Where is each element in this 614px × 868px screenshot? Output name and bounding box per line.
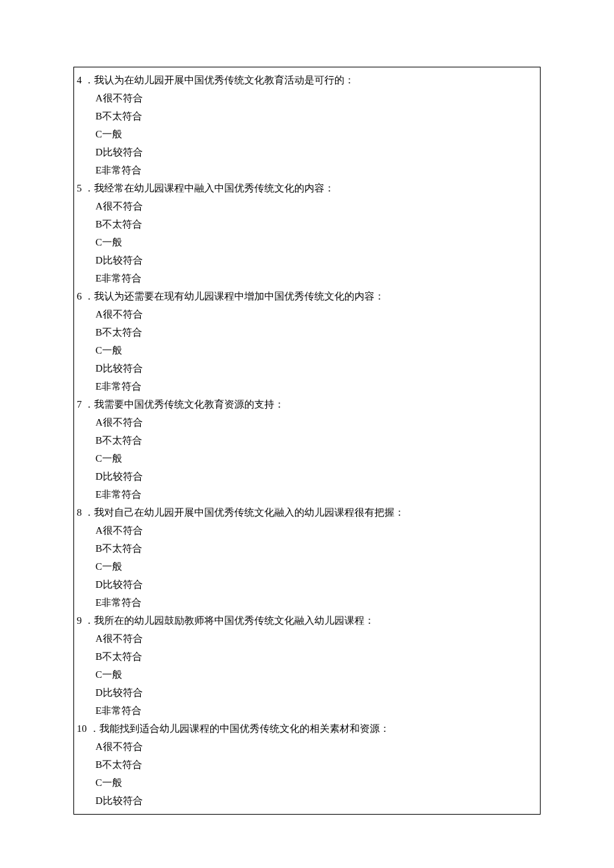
question-text: ．我所在的幼儿园鼓励教师将中国优秀传统文化融入幼儿园课程：	[84, 612, 540, 630]
questionnaire-box: 4 ．我认为在幼儿园开展中国优秀传统文化教育活动是可行的：A很不符合B不太符合C…	[73, 67, 541, 815]
option[interactable]: E非常符合	[77, 161, 540, 179]
question-6: 6 ．我认为还需要在现有幼儿园课程中增加中国优秀传统文化的内容：	[77, 288, 540, 306]
option[interactable]: A很不符合	[77, 414, 540, 432]
option[interactable]: C一般	[77, 125, 540, 143]
option[interactable]: D比较符合	[77, 576, 540, 594]
question-text: ．我需要中国优秀传统文化教育资源的支持：	[84, 396, 540, 414]
question-number: 10	[77, 720, 89, 738]
question-7: 7 ．我需要中国优秀传统文化教育资源的支持：	[77, 396, 540, 414]
question-number: 6	[77, 288, 84, 306]
question-number: 8	[77, 504, 84, 522]
option[interactable]: E非常符合	[77, 702, 540, 720]
question-10: 10 ．我能找到适合幼儿园课程的中国优秀传统文化的相关素材和资源：	[77, 720, 540, 738]
question-4: 4 ．我认为在幼儿园开展中国优秀传统文化教育活动是可行的：	[77, 71, 540, 89]
question-text: ．我认为在幼儿园开展中国优秀传统文化教育活动是可行的：	[84, 71, 540, 89]
option[interactable]: B不太符合	[77, 215, 540, 234]
option[interactable]: E非常符合	[77, 270, 540, 288]
option[interactable]: B不太符合	[77, 324, 540, 342]
question-number: 9	[77, 612, 84, 630]
option[interactable]: C一般	[77, 774, 540, 792]
question-number: 5	[77, 179, 84, 197]
option[interactable]: A很不符合	[77, 522, 540, 540]
option[interactable]: C一般	[77, 666, 540, 684]
option[interactable]: A很不符合	[77, 738, 540, 756]
option[interactable]: D比较符合	[77, 792, 540, 810]
option[interactable]: B不太符合	[77, 432, 540, 450]
question-text: ．我经常在幼儿园课程中融入中国优秀传统文化的内容：	[84, 179, 540, 197]
option[interactable]: E非常符合	[77, 486, 540, 504]
option[interactable]: D比较符合	[77, 468, 540, 486]
question-8: 8 ．我对自己在幼儿园开展中国优秀传统文化融入的幼儿园课程很有把握：	[77, 504, 540, 522]
option[interactable]: B不太符合	[77, 756, 540, 774]
option[interactable]: C一般	[77, 342, 540, 360]
question-number: 7	[77, 396, 84, 414]
option[interactable]: E非常符合	[77, 594, 540, 612]
question-text: ．我对自己在幼儿园开展中国优秀传统文化融入的幼儿园课程很有把握：	[84, 504, 540, 522]
option[interactable]: D比较符合	[77, 252, 540, 270]
option[interactable]: E非常符合	[77, 378, 540, 396]
option[interactable]: A很不符合	[77, 630, 540, 648]
option[interactable]: C一般	[77, 234, 540, 252]
question-number: 4	[77, 71, 84, 89]
option[interactable]: C一般	[77, 558, 540, 576]
option[interactable]: C一般	[77, 450, 540, 468]
option[interactable]: D比较符合	[77, 684, 540, 702]
option[interactable]: A很不符合	[77, 89, 540, 107]
option[interactable]: B不太符合	[77, 648, 540, 666]
question-text: ．我能找到适合幼儿园课程的中国优秀传统文化的相关素材和资源：	[89, 720, 540, 738]
option[interactable]: A很不符合	[77, 197, 540, 215]
option[interactable]: B不太符合	[77, 107, 540, 125]
question-9: 9 ．我所在的幼儿园鼓励教师将中国优秀传统文化融入幼儿园课程：	[77, 612, 540, 630]
question-text: ．我认为还需要在现有幼儿园课程中增加中国优秀传统文化的内容：	[84, 288, 540, 306]
option[interactable]: D比较符合	[77, 143, 540, 161]
option[interactable]: D比较符合	[77, 360, 540, 378]
option[interactable]: B不太符合	[77, 540, 540, 558]
option[interactable]: A很不符合	[77, 306, 540, 324]
question-5: 5 ．我经常在幼儿园课程中融入中国优秀传统文化的内容：	[77, 179, 540, 197]
